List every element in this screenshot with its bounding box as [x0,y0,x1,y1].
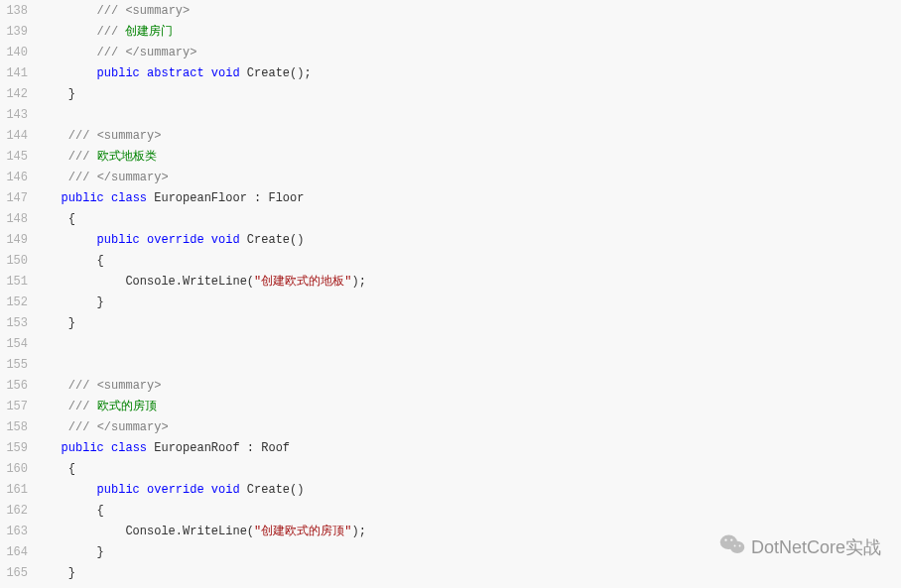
token-gray: /// [68,420,90,434]
code-line[interactable]: 143 [0,104,901,125]
code-line[interactable]: 158 /// </summary> [0,416,901,437]
token-plain [104,441,111,455]
token-plain: } [40,566,75,580]
code-content[interactable]: public class EuropeanRoof : Roof [40,437,901,458]
code-line[interactable]: 139 /// 创建房门 [0,21,901,42]
code-content[interactable]: /// </summary> [40,416,901,437]
token-gray: /// [68,150,90,164]
token-plain [40,46,97,59]
code-line[interactable]: 157 /// 欧式的房顶 [0,396,901,416]
token-plain [204,66,211,80]
code-line[interactable]: 138 /// <summary> [0,0,901,21]
token-comment [89,171,96,184]
code-content[interactable]: } [40,312,901,333]
code-content[interactable] [40,333,901,354]
token-plain [140,66,147,80]
code-line[interactable]: 160 { [0,458,901,479]
code-content[interactable]: /// </summary> [40,167,901,187]
code-line[interactable]: 150 { [0,250,901,271]
line-number: 145 [0,146,40,167]
line-number: 140 [0,42,40,62]
code-line[interactable]: 159 public class EuropeanRoof : Roof [0,437,901,458]
code-content[interactable]: /// 欧式的房顶 [40,396,901,416]
token-keyword: class [111,441,147,455]
code-content[interactable]: public class EuropeanFloor : Floor [40,187,901,208]
token-gray: <summary> [97,129,162,143]
token-keyword: class [111,191,147,205]
code-content[interactable] [40,104,901,125]
token-plain [40,150,68,164]
code-line[interactable]: 153 } [0,312,901,333]
token-keyword: void [211,66,240,80]
code-content[interactable]: public override void Create() [40,229,901,250]
code-content[interactable]: public abstract void Create(); [40,62,901,83]
token-plain: Create() [240,483,305,497]
code-content[interactable] [40,354,901,375]
code-line[interactable]: 142 } [0,83,901,104]
code-editor[interactable]: 138 /// <summary>139 /// 创建房门140 /// </s… [0,0,901,583]
code-line[interactable]: 151 Console.WriteLine("创建欧式的地板"); [0,271,901,292]
code-content[interactable]: /// <summary> [40,375,901,396]
code-content[interactable]: /// 创建房门 [40,21,901,42]
code-content[interactable]: } [40,562,901,583]
token-gray: <summary> [97,379,162,393]
token-comment: 欧式的房顶 [89,400,156,413]
token-plain: Create() [240,233,305,247]
code-line[interactable]: 155 [0,354,901,375]
code-content[interactable]: } [40,292,901,312]
code-line[interactable]: 165 } [0,562,901,583]
code-line[interactable]: 149 public override void Create() [0,229,901,250]
token-plain [40,400,68,413]
line-number: 154 [0,333,40,354]
token-plain: EuropeanRoof : Roof [147,441,290,455]
code-line[interactable]: 162 { [0,500,901,521]
code-line[interactable]: 164 } [0,541,901,562]
token-plain: { [40,254,104,268]
code-content[interactable]: } [40,83,901,104]
code-line[interactable]: 147 public class EuropeanFloor : Floor [0,187,901,208]
code-content[interactable]: { [40,250,901,271]
code-line[interactable]: 140 /// </summary> [0,42,901,62]
token-gray: /// [97,25,119,39]
token-gray: /// [68,171,90,184]
code-line[interactable]: 148 { [0,208,901,229]
code-line[interactable]: 161 public override void Create() [0,479,901,500]
token-keyword: public [97,233,140,247]
token-plain [140,483,147,497]
line-number: 144 [0,125,40,146]
line-number: 157 [0,396,40,416]
line-number: 147 [0,187,40,208]
line-number: 160 [0,458,40,479]
token-plain: ); [351,525,365,538]
token-comment [89,379,96,393]
token-plain [40,233,97,247]
code-content[interactable]: { [40,208,901,229]
code-content[interactable]: { [40,500,901,521]
code-content[interactable]: { [40,458,901,479]
token-plain: } [40,316,75,330]
token-keyword: void [211,483,240,497]
code-line[interactable]: 156 /// <summary> [0,375,901,396]
token-plain [40,66,97,80]
token-gray: </summary> [97,171,169,184]
line-number: 156 [0,375,40,396]
code-content[interactable]: /// <summary> [40,125,901,146]
code-line[interactable]: 163 Console.WriteLine("创建欧式的房顶"); [0,521,901,541]
code-line[interactable]: 144 /// <summary> [0,125,901,146]
code-content[interactable]: /// 欧式地板类 [40,146,901,167]
code-content[interactable]: /// </summary> [40,42,901,62]
code-line[interactable]: 145 /// 欧式地板类 [0,146,901,167]
code-line[interactable]: 141 public abstract void Create(); [0,62,901,83]
code-content[interactable]: public override void Create() [40,479,901,500]
code-content[interactable]: /// <summary> [40,0,901,21]
token-plain [40,420,68,434]
code-content[interactable]: Console.WriteLine("创建欧式的地板"); [40,271,901,292]
code-content[interactable]: } [40,541,901,562]
token-plain: Console.WriteLine( [40,275,254,289]
token-plain: Create(); [240,66,312,80]
code-line[interactable]: 154 [0,333,901,354]
code-line[interactable]: 152 } [0,292,901,312]
token-plain [204,233,211,247]
code-line[interactable]: 146 /// </summary> [0,167,901,187]
code-content[interactable]: Console.WriteLine("创建欧式的房顶"); [40,521,901,541]
